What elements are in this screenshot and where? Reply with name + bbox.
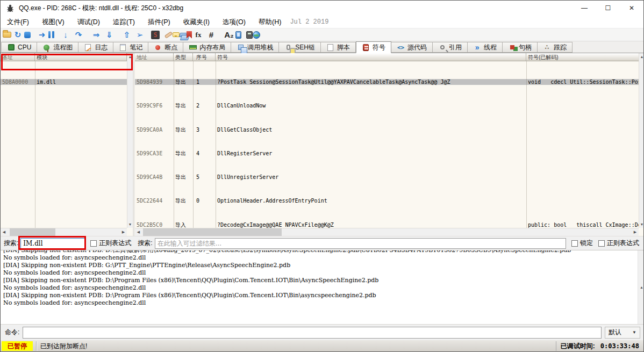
maximize-button[interactable]: ☐ [596, 1, 620, 16]
tab-memory-map[interactable]: 内存布局 [183, 42, 231, 53]
tab-label: 句柄 [519, 43, 532, 52]
module-list-panel: 基址 模块 5D8A0000 im.dll ▲ ▼ ◀ [1, 53, 134, 236]
symbol-row[interactable]: 5DC2B5C0 导入 ?Decode@CxImage@@QAE_NPAVCxF… [135, 222, 639, 228]
bookmarks-icon[interactable] [187, 31, 192, 39]
tab-breakpoints[interactable]: 断点 [148, 42, 183, 53]
tab-call-stack[interactable]: 调用堆栈 [231, 42, 279, 53]
command-input[interactable] [23, 327, 602, 339]
column-header-symbol-decoded[interactable]: 符号(已解码) [526, 53, 639, 61]
scroll-up-icon[interactable]: ▲ [127, 53, 133, 60]
labels-icon[interactable] [179, 33, 188, 37]
tab-cpu[interactable]: CPU [1, 42, 37, 53]
run-to-cursor-icon[interactable]: ⇒ [90, 29, 103, 41]
minimize-button[interactable]: — [573, 1, 596, 16]
attach-icon[interactable]: ➢ [133, 29, 146, 41]
scroll-down-icon[interactable]: ▼ [639, 221, 644, 228]
scroll-up-icon[interactable]: ▲ [638, 250, 643, 324]
column-header-module[interactable]: 模块 [35, 53, 127, 61]
scroll-right-icon[interactable]: ▶ [632, 228, 639, 236]
tab-threads[interactable]: » 线程 [468, 42, 503, 53]
toolbar-separator [218, 29, 223, 41]
symbol-filter-input[interactable] [155, 238, 566, 249]
tab-source[interactable]: <> 源代码 [391, 42, 433, 53]
column-header-type[interactable]: 类型 [174, 53, 193, 61]
scroll-right-icon[interactable]: ▶ [120, 228, 127, 236]
scroll-left-icon[interactable]: ◀ [135, 228, 142, 236]
column-header-address[interactable]: 地址 [135, 53, 174, 61]
tab-log[interactable]: 日志 [78, 42, 113, 53]
modules-device-icon[interactable] [235, 31, 241, 39]
strings-icon[interactable]: A₂ [223, 29, 235, 41]
symbol-ordinal: 5 [193, 174, 216, 180]
symbol-row[interactable]: 5D984939 导出 1 ?PostTask_Session@SessionT… [135, 79, 639, 85]
symbol-address: 5D99CA4B [135, 174, 174, 180]
symbol-type: 导入 [174, 222, 193, 228]
menu-item[interactable]: 插件(P) [141, 16, 177, 28]
tab-script[interactable]: 脚本 [321, 42, 356, 53]
module-regex-checkbox[interactable] [90, 240, 97, 247]
help-globe-icon[interactable] [253, 31, 260, 39]
menu-item[interactable]: 视图(V) [35, 16, 71, 28]
lock-checkbox[interactable] [571, 240, 578, 247]
open-file-icon[interactable] [3, 32, 11, 38]
run-to-user-code-icon[interactable]: ⇧ [120, 29, 133, 41]
column-header-ordinal[interactable]: 序号 [193, 53, 216, 61]
scrollbar-thumb[interactable] [10, 228, 55, 236]
symbol-ordinal: 0 [193, 198, 216, 204]
menu-item[interactable]: 帮助(H) [252, 16, 288, 28]
step-into-icon[interactable]: ↓ [59, 29, 72, 41]
tab-notes[interactable]: 笔记 [113, 42, 148, 53]
toolbar: ↻ ➜ ↓ ↷ ⇒ ⇓ ⇧ ➢ S [1, 28, 643, 41]
step-over-icon[interactable]: ↷ [72, 29, 85, 41]
preset-value: 默认 [609, 328, 621, 337]
run-icon[interactable]: ➜ [35, 29, 48, 41]
symbol-row[interactable]: 5DC22644 导出 0 OptionalHeader.AddressOfEn… [135, 198, 639, 204]
module-list-vertical-scrollbar[interactable]: ▲ ▼ [127, 53, 133, 228]
menu-item[interactable]: 调试(D) [71, 16, 106, 28]
module-row[interactable]: 5D8A0000 im.dll [1, 79, 127, 85]
menu-item[interactable]: 选项(O) [216, 16, 252, 28]
menu-item[interactable]: 收藏夹(I) [177, 16, 216, 28]
column-header-symbol[interactable]: 符号 [216, 53, 526, 61]
restart-icon[interactable]: ↻ [11, 29, 24, 41]
module-list-horizontal-scrollbar[interactable]: ◀ ▶ [1, 228, 127, 236]
calculator-icon[interactable] [246, 31, 253, 39]
symbol-regex-checkbox[interactable] [598, 240, 605, 247]
tab-trace[interactable]: ∴ 跟踪 [538, 42, 573, 53]
menu-item[interactable]: 文件(F) [1, 16, 35, 28]
pause-icon[interactable] [48, 31, 51, 38]
scroll-up-icon[interactable]: ▲ [639, 53, 644, 60]
menu-item[interactable]: 追踪(T) [106, 16, 141, 28]
symbol-list-vertical-scrollbar[interactable]: ▲ ▼ [639, 53, 644, 228]
log-vertical-scrollbar[interactable]: ▲ ▼ [638, 250, 643, 324]
tab-label: 线程 [484, 43, 497, 52]
symbol-row[interactable]: 5D99CA4B 导出 5 DllUnregisterServer [135, 174, 639, 180]
command-preset-dropdown[interactable]: 默认 ▼ [605, 327, 640, 339]
tab-seh-chain[interactable]: SEH链 [279, 42, 321, 53]
tab-references[interactable]: 引用 [433, 42, 468, 53]
patches-icon[interactable] [164, 31, 173, 39]
column-header-base[interactable]: 基址 [1, 53, 35, 61]
symbol-mangled-name: OptionalHeader.AddressOfEntryPoint [216, 198, 526, 204]
symbol-list-horizontal-scrollbar[interactable]: ◀ ▶ [135, 228, 639, 236]
close-debuggee-icon[interactable] [24, 32, 31, 38]
symbol-row[interactable]: 5D99CA3E 导出 4 DllRegisterServer [135, 150, 639, 156]
debug-time-value: 0:03:33:48 [600, 342, 639, 350]
tab-handles[interactable]: 句柄 [503, 42, 538, 53]
tab-symbols[interactable]: 符号 [356, 41, 391, 53]
scroll-left-icon[interactable]: ◀ [1, 228, 8, 236]
trace-coverage-icon[interactable]: S [151, 31, 160, 39]
functions-icon[interactable]: fx [192, 29, 205, 41]
tab-graph[interactable]: 流程图 [37, 42, 78, 53]
scrollbar-thumb[interactable] [143, 228, 282, 236]
hash-icon[interactable]: # [205, 29, 218, 41]
close-button[interactable]: ✕ [620, 1, 643, 16]
command-row: 命令: 默认 ▼ [1, 324, 643, 340]
symbol-regex-label: 正则表达式 [607, 239, 643, 248]
module-search-input[interactable] [20, 238, 85, 249]
execute-till-return-icon[interactable]: ⇓ [103, 29, 116, 41]
symbol-row[interactable]: 5D99CA0A 导出 3 DllGetClassObject [135, 127, 639, 133]
scroll-down-icon[interactable]: ▼ [127, 221, 133, 228]
toolbar-separator [31, 29, 35, 41]
symbol-row[interactable]: 5D99C9F6 导出 2 DllCanUnloadNow [135, 103, 639, 109]
